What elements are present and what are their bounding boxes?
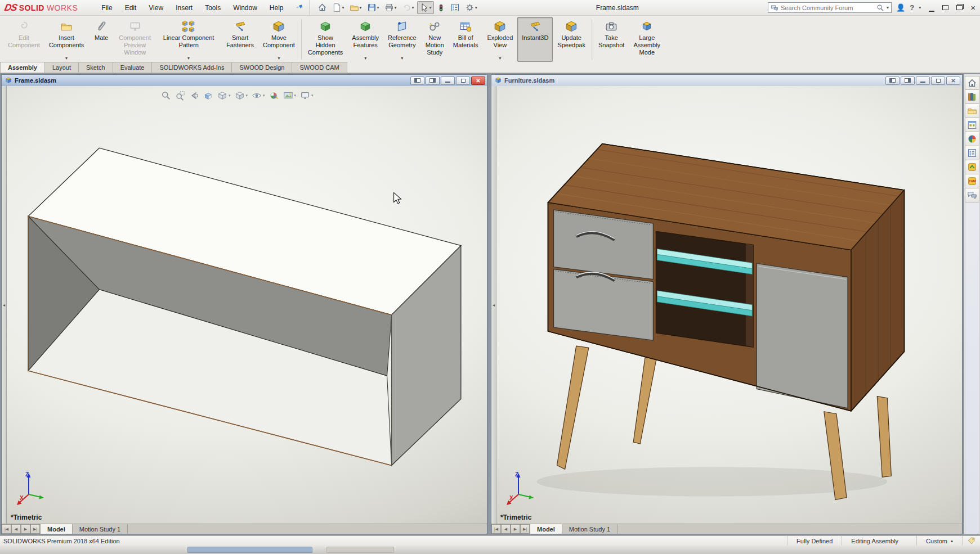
menu-tools[interactable]: Tools xyxy=(199,2,226,14)
appearances-button[interactable] xyxy=(965,132,979,146)
menu-edit[interactable]: Edit xyxy=(119,2,142,14)
ribbon-exploded-view[interactable]: Exploded View ▾ xyxy=(482,17,517,62)
dropdown-caret-icon[interactable]: ▾ xyxy=(342,5,344,10)
custom-properties-button[interactable] xyxy=(965,146,979,160)
furniture-leg[interactable] xyxy=(557,346,589,469)
zoom-to-fit-button[interactable] xyxy=(161,91,171,101)
collapsed-feature-manager[interactable]: ◂ xyxy=(491,86,496,524)
last-tab-button[interactable]: ▶| xyxy=(520,524,530,534)
pane-left-button[interactable] xyxy=(410,76,424,85)
ribbon-large-assembly-mode[interactable]: Large Assembly Mode xyxy=(629,17,665,62)
swood-button[interactable] xyxy=(965,160,979,174)
design-library-button[interactable] xyxy=(965,90,979,104)
minimize-button[interactable] xyxy=(929,3,934,12)
fullscreen-button[interactable] xyxy=(942,3,948,12)
dropdown-caret-icon[interactable]: ▾ xyxy=(377,5,379,10)
ribbon-reference-geometry[interactable]: Reference Geometry ▾ xyxy=(383,17,421,62)
new-document-button[interactable]: ▾ xyxy=(330,1,347,14)
ribbon-linear-component-pattern[interactable]: Linear Component Pattern ▾ xyxy=(155,17,222,62)
help-caret-icon[interactable]: ▾ xyxy=(919,5,921,10)
open-button[interactable]: ▾ xyxy=(347,1,364,14)
tab-swood-design[interactable]: SWOOD Design xyxy=(231,62,292,73)
menu-view[interactable]: View xyxy=(143,2,169,14)
rebuild-button[interactable] xyxy=(435,2,448,14)
tag-button[interactable] xyxy=(962,536,980,546)
ribbon-assembly-features[interactable]: Assembly Features ▾ xyxy=(347,17,383,62)
menu-help[interactable]: Help xyxy=(264,2,289,14)
swood-cam-button[interactable] xyxy=(965,174,979,188)
motion-study-tab[interactable]: Motion Study 1 xyxy=(562,524,617,534)
zoom-to-area-button[interactable] xyxy=(175,91,185,101)
motion-study-tab[interactable]: Motion Study 1 xyxy=(73,524,128,534)
restore-button[interactable] xyxy=(956,3,963,12)
furniture-window-titlebar[interactable]: Furniture.sldasm ✕ xyxy=(491,75,962,86)
apply-scene-button[interactable]: ▾ xyxy=(283,91,297,101)
pane-right-button[interactable] xyxy=(901,76,915,85)
home-button[interactable] xyxy=(315,1,329,14)
dropdown-caret-icon[interactable]: ▾ xyxy=(429,5,432,10)
menu-insert[interactable]: Insert xyxy=(170,2,198,14)
dropdown-caret-icon[interactable]: ▾ xyxy=(499,56,501,61)
ribbon-show-hidden-components[interactable]: Show Hidden Components xyxy=(303,17,347,62)
edit-appearance-button[interactable] xyxy=(269,91,279,101)
dropdown-caret-icon[interactable]: ▾ xyxy=(475,5,477,10)
furniture-leg[interactable] xyxy=(633,356,656,444)
dropdown-caret-icon[interactable]: ▾ xyxy=(395,5,397,10)
view-settings-button[interactable]: ▾ xyxy=(300,91,314,101)
dropdown-caret-icon[interactable]: ▾ xyxy=(311,93,314,98)
minimize-button[interactable] xyxy=(441,76,455,85)
ribbon-instant3d[interactable]: Instant3D xyxy=(517,17,553,62)
dropdown-caret-icon[interactable]: ▾ xyxy=(294,93,297,98)
print-button[interactable]: ▾ xyxy=(382,1,399,14)
save-button[interactable]: ▾ xyxy=(365,1,382,14)
dropdown-caret-icon[interactable]: ▾ xyxy=(187,56,190,61)
first-tab-button[interactable]: |◀ xyxy=(2,524,11,534)
menu-window[interactable]: Window xyxy=(227,2,263,14)
frame-viewport[interactable]: ◂ ▾ ▾ ▾ ▾ ▾ Z X xyxy=(2,86,487,524)
dropdown-caret-icon[interactable]: ▾ xyxy=(360,5,362,10)
tab-swood-cam[interactable]: SWOOD CAM xyxy=(292,62,347,73)
dropdown-caret-icon[interactable]: ▾ xyxy=(278,56,280,61)
config-caret-icon[interactable]: ▴ xyxy=(951,538,953,543)
dropdown-caret-icon[interactable]: ▾ xyxy=(263,93,265,98)
ribbon-update-speedpak[interactable]: Update Speedpak xyxy=(553,17,590,62)
tab-solidworks-add-ins[interactable]: SOLIDWORKS Add-Ins xyxy=(151,62,232,73)
select-tool-button[interactable]: ▾ xyxy=(417,1,434,14)
dropdown-caret-icon[interactable]: ▾ xyxy=(401,56,403,61)
close-button[interactable]: × xyxy=(970,3,975,12)
open-bay[interactable] xyxy=(656,231,753,347)
file-properties-button[interactable] xyxy=(448,1,462,14)
view-palette-button[interactable] xyxy=(965,118,979,132)
close-button[interactable]: ✕ xyxy=(946,76,960,85)
collapsed-feature-manager[interactable]: ◂ xyxy=(2,86,7,524)
ribbon-bill-of-materials[interactable]: Bill of Materials xyxy=(449,17,483,62)
model-tab[interactable]: Model xyxy=(530,524,562,534)
furniture-viewport[interactable]: ◂ Z X *Trimetric xyxy=(491,86,962,524)
furniture-3d-model[interactable] xyxy=(491,86,962,505)
ribbon-move-component[interactable]: Move Component ▾ xyxy=(258,17,299,62)
hide-show-items-button[interactable]: ▾ xyxy=(252,91,265,101)
frame-window-titlebar[interactable]: Frame.sldasm ✕ xyxy=(2,75,487,86)
pane-left-button[interactable] xyxy=(885,76,900,85)
next-tab-button[interactable]: ▶ xyxy=(21,524,30,534)
display-style-button[interactable]: ▾ xyxy=(235,91,248,101)
home-tab-button[interactable] xyxy=(965,76,979,90)
tab-layout[interactable]: Layout xyxy=(44,62,79,73)
model-tab[interactable]: Model xyxy=(40,524,73,534)
restore-button[interactable] xyxy=(456,76,470,85)
prev-tab-button[interactable]: ◀ xyxy=(11,524,21,534)
dropdown-caret-icon[interactable]: ▾ xyxy=(246,93,248,98)
search-scope-caret-icon[interactable]: ▾ xyxy=(887,3,889,12)
tab-sketch[interactable]: Sketch xyxy=(78,62,113,73)
section-view-button[interactable] xyxy=(203,91,213,101)
menu-file[interactable]: File xyxy=(96,2,118,14)
dropdown-caret-icon[interactable]: ▾ xyxy=(65,56,68,61)
configuration-selector[interactable]: Custom▴ xyxy=(916,536,962,546)
next-tab-button[interactable]: ▶ xyxy=(511,524,520,534)
dropdown-caret-icon[interactable]: ▾ xyxy=(229,93,231,98)
last-tab-button[interactable]: ▶| xyxy=(30,524,40,534)
forum-button[interactable] xyxy=(965,188,979,202)
login-user-icon[interactable]: 👤 xyxy=(896,3,905,12)
ribbon-mate[interactable]: Mate xyxy=(88,17,114,62)
options-button[interactable]: ▾ xyxy=(463,1,480,14)
